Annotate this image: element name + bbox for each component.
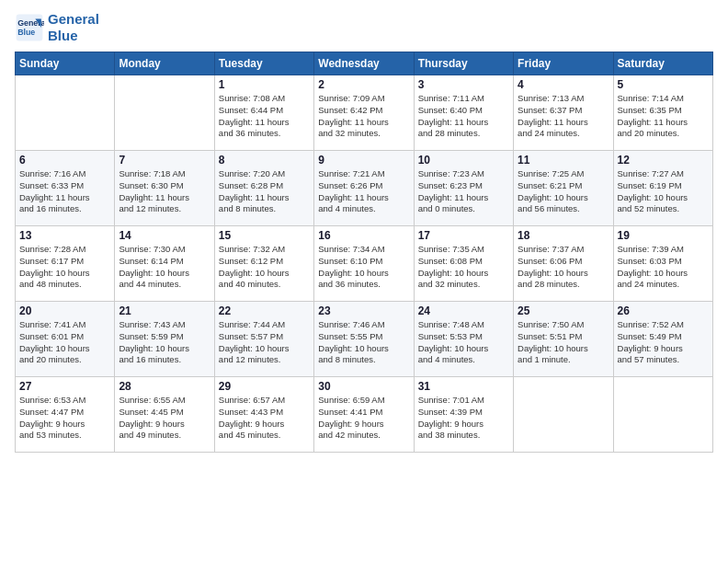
day-info: Sunrise: 7:46 AM Sunset: 5:55 PM Dayligh…	[318, 319, 409, 366]
weekday-header-row: SundayMondayTuesdayWednesdayThursdayFrid…	[16, 52, 713, 75]
day-info: Sunrise: 7:23 AM Sunset: 6:23 PM Dayligh…	[418, 168, 509, 215]
weekday-header-wednesday: Wednesday	[314, 52, 414, 75]
day-number: 13	[19, 229, 110, 242]
calendar-cell	[115, 75, 214, 151]
calendar-cell: 19Sunrise: 7:39 AM Sunset: 6:03 PM Dayli…	[613, 226, 712, 302]
day-number: 28	[119, 380, 210, 393]
day-number: 2	[318, 78, 409, 91]
day-info: Sunrise: 7:35 AM Sunset: 6:08 PM Dayligh…	[418, 244, 509, 291]
calendar-cell: 14Sunrise: 7:30 AM Sunset: 6:14 PM Dayli…	[115, 226, 214, 302]
calendar-cell: 1Sunrise: 7:08 AM Sunset: 6:44 PM Daylig…	[214, 75, 313, 151]
calendar-cell: 13Sunrise: 7:28 AM Sunset: 6:17 PM Dayli…	[16, 226, 115, 302]
day-info: Sunrise: 7:32 AM Sunset: 6:12 PM Dayligh…	[219, 244, 310, 291]
day-number: 31	[418, 380, 509, 393]
day-info: Sunrise: 7:34 AM Sunset: 6:10 PM Dayligh…	[318, 244, 409, 291]
calendar-cell: 24Sunrise: 7:48 AM Sunset: 5:53 PM Dayli…	[414, 302, 513, 377]
logo-icon: General Blue	[15, 13, 44, 42]
calendar-cell: 4Sunrise: 7:13 AM Sunset: 6:37 PM Daylig…	[514, 75, 613, 151]
calendar-cell: 22Sunrise: 7:44 AM Sunset: 5:57 PM Dayli…	[214, 302, 313, 377]
day-info: Sunrise: 7:18 AM Sunset: 6:30 PM Dayligh…	[119, 168, 210, 215]
weekday-header-tuesday: Tuesday	[214, 52, 313, 75]
calendar-cell: 7Sunrise: 7:18 AM Sunset: 6:30 PM Daylig…	[115, 151, 214, 226]
day-info: Sunrise: 7:30 AM Sunset: 6:14 PM Dayligh…	[119, 244, 210, 291]
day-info: Sunrise: 6:59 AM Sunset: 4:41 PM Dayligh…	[318, 395, 409, 442]
calendar-cell: 23Sunrise: 7:46 AM Sunset: 5:55 PM Dayli…	[314, 302, 414, 377]
day-number: 21	[119, 304, 210, 317]
day-info: Sunrise: 7:41 AM Sunset: 6:01 PM Dayligh…	[19, 319, 110, 366]
calendar-cell: 31Sunrise: 7:01 AM Sunset: 4:39 PM Dayli…	[414, 377, 513, 453]
weekday-header-thursday: Thursday	[414, 52, 513, 75]
weekday-header-sunday: Sunday	[16, 52, 115, 75]
day-info: Sunrise: 7:16 AM Sunset: 6:33 PM Dayligh…	[19, 168, 110, 215]
day-info: Sunrise: 7:43 AM Sunset: 5:59 PM Dayligh…	[119, 319, 210, 366]
day-number: 6	[19, 154, 110, 167]
calendar-cell: 27Sunrise: 6:53 AM Sunset: 4:47 PM Dayli…	[16, 377, 115, 453]
calendar-cell: 10Sunrise: 7:23 AM Sunset: 6:23 PM Dayli…	[414, 151, 513, 226]
calendar-week-row: 1Sunrise: 7:08 AM Sunset: 6:44 PM Daylig…	[16, 75, 713, 151]
day-info: Sunrise: 7:39 AM Sunset: 6:03 PM Dayligh…	[618, 244, 709, 291]
svg-text:Blue: Blue	[17, 28, 35, 37]
calendar-table: SundayMondayTuesdayWednesdayThursdayFrid…	[15, 52, 713, 453]
calendar-week-row: 6Sunrise: 7:16 AM Sunset: 6:33 PM Daylig…	[16, 151, 713, 226]
calendar-week-row: 13Sunrise: 7:28 AM Sunset: 6:17 PM Dayli…	[16, 226, 713, 302]
calendar-cell: 8Sunrise: 7:20 AM Sunset: 6:28 PM Daylig…	[214, 151, 313, 226]
day-number: 12	[618, 154, 709, 167]
day-number: 15	[219, 229, 310, 242]
day-info: Sunrise: 7:25 AM Sunset: 6:21 PM Dayligh…	[518, 168, 609, 215]
day-number: 16	[318, 229, 409, 242]
header: General Blue General Blue	[15, 11, 713, 44]
day-number: 23	[318, 304, 409, 317]
calendar-cell: 6Sunrise: 7:16 AM Sunset: 6:33 PM Daylig…	[16, 151, 115, 226]
weekday-header-monday: Monday	[115, 52, 214, 75]
day-number: 17	[418, 229, 509, 242]
calendar-cell: 2Sunrise: 7:09 AM Sunset: 6:42 PM Daylig…	[314, 75, 414, 151]
day-number: 25	[518, 304, 609, 317]
weekday-header-friday: Friday	[514, 52, 613, 75]
day-info: Sunrise: 7:09 AM Sunset: 6:42 PM Dayligh…	[318, 93, 409, 140]
day-info: Sunrise: 7:37 AM Sunset: 6:06 PM Dayligh…	[518, 244, 609, 291]
day-info: Sunrise: 7:28 AM Sunset: 6:17 PM Dayligh…	[19, 244, 110, 291]
calendar-cell: 28Sunrise: 6:55 AM Sunset: 4:45 PM Dayli…	[115, 377, 214, 453]
day-info: Sunrise: 7:01 AM Sunset: 4:39 PM Dayligh…	[418, 395, 509, 442]
calendar-cell: 29Sunrise: 6:57 AM Sunset: 4:43 PM Dayli…	[214, 377, 313, 453]
calendar-cell	[514, 377, 613, 453]
day-number: 26	[618, 304, 709, 317]
day-number: 1	[219, 78, 310, 91]
day-number: 4	[518, 78, 609, 91]
day-info: Sunrise: 7:13 AM Sunset: 6:37 PM Dayligh…	[518, 93, 609, 140]
calendar-cell	[16, 75, 115, 151]
day-number: 27	[19, 380, 110, 393]
day-info: Sunrise: 6:53 AM Sunset: 4:47 PM Dayligh…	[19, 395, 110, 442]
day-info: Sunrise: 7:48 AM Sunset: 5:53 PM Dayligh…	[418, 319, 509, 366]
calendar-cell	[613, 377, 712, 453]
calendar-cell: 9Sunrise: 7:21 AM Sunset: 6:26 PM Daylig…	[314, 151, 414, 226]
day-info: Sunrise: 7:50 AM Sunset: 5:51 PM Dayligh…	[518, 319, 609, 366]
day-info: Sunrise: 7:14 AM Sunset: 6:35 PM Dayligh…	[618, 93, 709, 140]
page-container: General Blue General Blue SundayMondayTu…	[0, 0, 728, 460]
calendar-cell: 15Sunrise: 7:32 AM Sunset: 6:12 PM Dayli…	[214, 226, 313, 302]
day-number: 22	[219, 304, 310, 317]
calendar-cell: 12Sunrise: 7:27 AM Sunset: 6:19 PM Dayli…	[613, 151, 712, 226]
calendar-cell: 30Sunrise: 6:59 AM Sunset: 4:41 PM Dayli…	[314, 377, 414, 453]
calendar-cell: 3Sunrise: 7:11 AM Sunset: 6:40 PM Daylig…	[414, 75, 513, 151]
day-info: Sunrise: 7:11 AM Sunset: 6:40 PM Dayligh…	[418, 93, 509, 140]
day-info: Sunrise: 7:52 AM Sunset: 5:49 PM Dayligh…	[618, 319, 709, 366]
calendar-cell: 16Sunrise: 7:34 AM Sunset: 6:10 PM Dayli…	[314, 226, 414, 302]
day-number: 30	[318, 380, 409, 393]
day-number: 5	[618, 78, 709, 91]
day-info: Sunrise: 6:55 AM Sunset: 4:45 PM Dayligh…	[119, 395, 210, 442]
day-number: 7	[119, 154, 210, 167]
logo: General Blue General Blue	[15, 11, 99, 44]
calendar-cell: 11Sunrise: 7:25 AM Sunset: 6:21 PM Dayli…	[514, 151, 613, 226]
day-number: 11	[518, 154, 609, 167]
calendar-cell: 17Sunrise: 7:35 AM Sunset: 6:08 PM Dayli…	[414, 226, 513, 302]
day-number: 18	[518, 229, 609, 242]
logo-text: General Blue	[48, 11, 99, 44]
calendar-cell: 26Sunrise: 7:52 AM Sunset: 5:49 PM Dayli…	[613, 302, 712, 377]
day-number: 29	[219, 380, 310, 393]
calendar-week-row: 27Sunrise: 6:53 AM Sunset: 4:47 PM Dayli…	[16, 377, 713, 453]
calendar-week-row: 20Sunrise: 7:41 AM Sunset: 6:01 PM Dayli…	[16, 302, 713, 377]
day-info: Sunrise: 7:21 AM Sunset: 6:26 PM Dayligh…	[318, 168, 409, 215]
calendar-cell: 21Sunrise: 7:43 AM Sunset: 5:59 PM Dayli…	[115, 302, 214, 377]
day-info: Sunrise: 7:20 AM Sunset: 6:28 PM Dayligh…	[219, 168, 310, 215]
